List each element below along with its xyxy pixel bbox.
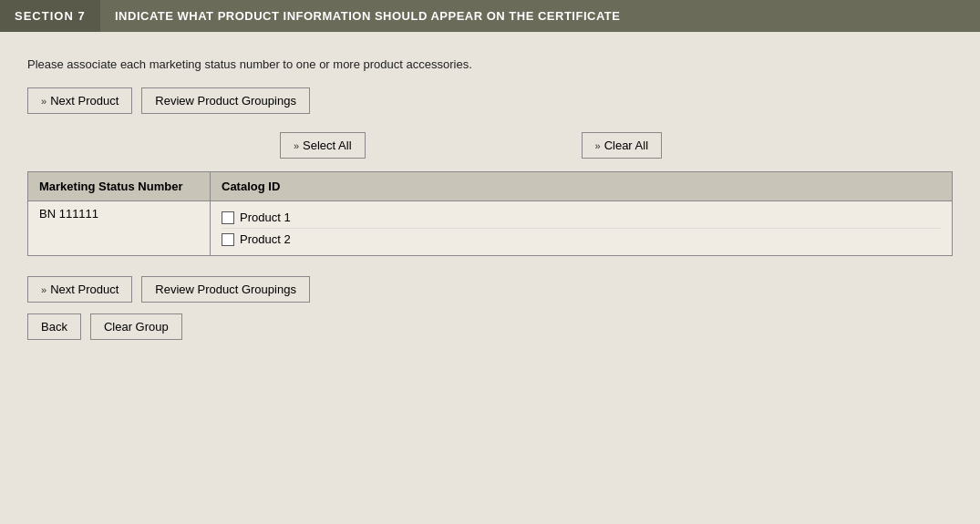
review-groupings-button-top[interactable]: Review Product Groupings [141, 87, 310, 114]
section-number: SECTION 7 [0, 0, 100, 32]
bottom-button-row-2: Back Clear Group [27, 313, 953, 340]
review-groupings-button-bottom[interactable]: Review Product Groupings [141, 276, 310, 303]
clear-all-button[interactable]: » Clear All [582, 132, 663, 159]
next-product-button-top[interactable]: » Next Product [27, 87, 132, 114]
page-wrapper: SECTION 7 INDICATE WHAT PRODUCT INFORMAT… [0, 0, 980, 524]
next-product-icon-top: » [41, 96, 46, 107]
product-1-label: Product 1 [240, 211, 291, 224]
next-product-label-top: Next Product [50, 94, 119, 108]
back-button[interactable]: Back [27, 313, 81, 340]
action-row: » Select All » Clear All [27, 132, 953, 159]
product-1-checkbox[interactable] [222, 211, 234, 224]
product-2-checkbox[interactable] [222, 233, 234, 246]
col-marketing-header: Marketing Status Number [28, 172, 211, 200]
clear-all-icon: » [595, 140, 601, 151]
clear-all-label: Clear All [604, 139, 648, 152]
marketing-status-value: BN 111111 [39, 207, 98, 221]
intro-text: Please associate each marketing status n… [27, 57, 953, 71]
review-groupings-label-top: Review Product Groupings [155, 94, 296, 108]
next-product-icon-bottom: » [41, 284, 46, 295]
marketing-status-cell: BN 111111 [28, 201, 211, 255]
col-catalog-header: Catalog ID [211, 172, 952, 200]
next-product-label-bottom: Next Product [50, 283, 119, 296]
section-title: INDICATE WHAT PRODUCT INFORMATION SHOULD… [100, 0, 980, 32]
product-table: Marketing Status Number Catalog ID BN 11… [27, 171, 953, 256]
section-header: SECTION 7 INDICATE WHAT PRODUCT INFORMAT… [0, 0, 980, 32]
review-groupings-label-bottom: Review Product Groupings [155, 283, 296, 296]
select-all-button[interactable]: » Select All [280, 132, 366, 159]
next-product-button-bottom[interactable]: » Next Product [27, 276, 132, 303]
product-1-row: Product 1 [222, 207, 941, 228]
table-header: Marketing Status Number Catalog ID [28, 172, 952, 201]
content-area: Please associate each marketing status n… [0, 48, 980, 358]
top-button-row: » Next Product Review Product Groupings [27, 87, 953, 114]
product-2-label: Product 2 [240, 232, 291, 246]
table-row: BN 111111 Product 1 Product 2 [28, 201, 952, 255]
action-row-left: » Select All [27, 132, 509, 159]
select-all-label: Select All [303, 139, 351, 152]
catalog-items: Product 1 Product 2 [222, 207, 941, 250]
product-2-row: Product 2 [222, 228, 941, 250]
bottom-button-row-1: » Next Product Review Product Groupings [27, 276, 953, 303]
action-row-right: » Clear All [509, 132, 954, 159]
catalog-cell: Product 1 Product 2 [211, 201, 952, 255]
clear-group-label: Clear Group [104, 320, 169, 334]
back-label: Back [41, 320, 67, 334]
select-all-icon: » [294, 140, 299, 151]
clear-group-button[interactable]: Clear Group [90, 313, 182, 340]
